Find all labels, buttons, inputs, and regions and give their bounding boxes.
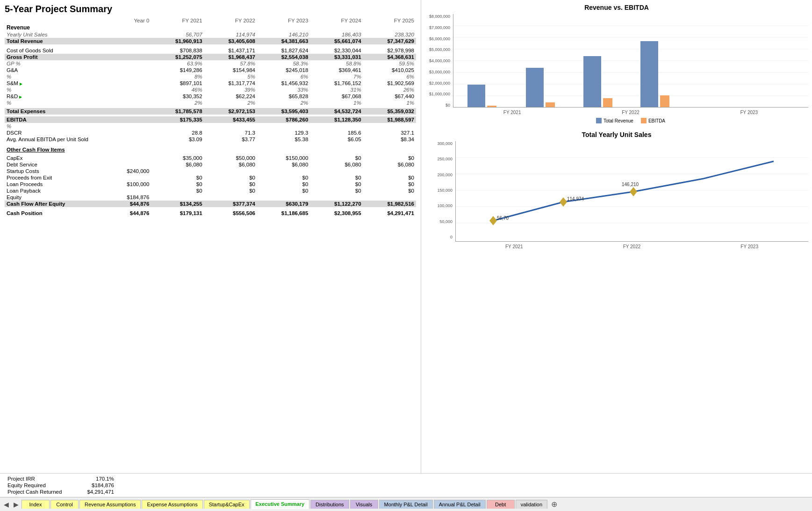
cash-returned-row: Project Cash Returned $4,291,471 <box>5 489 117 495</box>
irr-table: Project IRR 170.1% Equity Required $184,… <box>5 475 117 495</box>
sm-row: S&M ▶ $897,101 $1,317,774 $1,456,932 $1,… <box>5 80 416 86</box>
x-label-fy2021: FY 2021 <box>503 110 521 115</box>
spacer4 <box>5 143 416 146</box>
unit-sales-svg: 56,70 114,974 146,210 <box>455 141 808 242</box>
unit-x-fy2023: FY 2023 <box>740 244 758 249</box>
rd-row: R&D ▶ $30,352 $62,224 $65,828 $67,068 $6… <box>5 93 416 100</box>
yearly-unit-sales-row: Yearly Unit Sales 56,707 114,974 146,210… <box>5 31 416 38</box>
revenue-ebitda-title: Revenue vs. EBITDA <box>425 4 808 11</box>
main-wrapper: 5-Year Project Summary Year 0 FY 2021 FY… <box>0 0 812 511</box>
table-header-row: Year 0 FY 2021 FY 2022 FY 2023 FY 2024 F… <box>5 17 416 24</box>
ebitda-row: EBITDA $175,335 $433,455 $786,260 $1,128… <box>5 116 416 123</box>
total-expenses-row: Total Expenses $1,785,578 $2,972,153 $3,… <box>5 108 416 115</box>
dscr-row: DSCR 28.8 71.3 129.3 185.6 327.1 <box>5 130 416 136</box>
debt-service-row: Debt Service $6,080 $6,080 $6,080 $6,080… <box>5 161 416 168</box>
sm-pct-row: % 46% 39% 33% 31% 26% <box>5 86 416 93</box>
bar-fy2021-ebitda <box>487 106 496 108</box>
gp-pct-row: GP % 63.9% 57.8% 58.3% 58.8% 59.5% <box>5 60 416 67</box>
label-fy2023: 146,210 <box>622 182 639 187</box>
tab-visuals[interactable]: Visuals <box>350 500 378 509</box>
right-panel: Revenue vs. EBITDA $8,000,000 $7,000,000… <box>421 0 812 473</box>
tab-distributions[interactable]: Distributions <box>310 500 349 509</box>
rd-pct-row: % 2% 2% 2% 1% 1% <box>5 100 416 106</box>
legend-ebitda: EBITDA <box>641 118 665 123</box>
cash-position-row: Cash Position $44,876 $179,131 $556,506 … <box>5 210 416 216</box>
tab-expense-assumptions[interactable]: Expense Assumptions <box>142 500 202 509</box>
dp-fy2023 <box>630 187 637 196</box>
summary-table: Year 0 FY 2021 FY 2022 FY 2023 FY 2024 F… <box>5 17 416 216</box>
tab-revenue-assumptions[interactable]: Revenue Assumptions <box>79 500 141 509</box>
unit-x-fy2021: FY 2021 <box>505 244 523 249</box>
left-panel: 5-Year Project Summary Year 0 FY 2021 FY… <box>0 0 421 473</box>
bar-fy2022-revenue <box>526 68 544 108</box>
page-title: 5-Year Project Summary <box>5 4 416 14</box>
tab-bar: ◀ ▶ Index Control Revenue Assumptions Ex… <box>0 497 812 511</box>
tab-scroll-right[interactable]: ▶ <box>12 501 21 508</box>
unit-sales-chart: Total Yearly Unit Sales 300,000 250,000 … <box>425 131 808 258</box>
loan-payback-row: Loan Payback $0 $0 $0 $0 $0 <box>5 187 416 194</box>
cash-flow-equity-row: Cash Flow After Equity $44,876 $134,255 … <box>5 201 416 207</box>
label-fy2021: 56,70 <box>497 216 509 221</box>
revenue-section-label: Revenue <box>5 24 416 31</box>
content-area: 5-Year Project Summary Year 0 FY 2021 FY… <box>0 0 812 473</box>
loan-proceeds-row: Loan Proceeds $100,000 $0 $0 $0 $0 $0 <box>5 181 416 187</box>
tab-startup-capex[interactable]: Startup&CapEx <box>204 500 250 509</box>
tab-monthly-pl[interactable]: Monthly P&L Detail <box>379 500 433 509</box>
tab-debt[interactable]: Debt <box>487 500 515 509</box>
ga-row: G&A $149,286 $154,984 $245,018 $369,461 … <box>5 67 416 73</box>
x-label-fy2023: FY 2023 <box>740 110 758 115</box>
bar-fy2023-revenue <box>583 56 601 108</box>
unit-x-fy2022: FY 2022 <box>623 244 641 249</box>
bar-fy2023-ebitda <box>603 98 612 108</box>
x-label-fy2022: FY 2022 <box>622 110 640 115</box>
ga-pct-row: % 8% 5% 6% 7% 6% <box>5 73 416 80</box>
legend-ebitda-box <box>641 118 647 123</box>
equity-required-row: Equity Required $184,876 <box>5 482 117 489</box>
tab-executive-summary[interactable]: Executive Summary <box>251 499 310 509</box>
tab-add-button[interactable]: ⊕ <box>548 500 560 509</box>
sm-marker: ▶ <box>20 82 22 86</box>
bar-fy2021-revenue <box>467 85 485 108</box>
bottom-section: Project IRR 170.1% Equity Required $184,… <box>0 473 812 497</box>
equity-row: Equity $184,876 <box>5 194 416 201</box>
gross-profit-row: Gross Profit $1,252,075 $1,968,437 $2,55… <box>5 54 416 60</box>
legend-total-revenue: Total Revenue <box>596 118 633 123</box>
tab-annual-pl[interactable]: Annual P&L Detail <box>434 500 486 509</box>
other-cf-label-row: Other Cash Flow Items <box>5 146 416 153</box>
unit-sales-title: Total Yearly Unit Sales <box>425 131 808 138</box>
bar-fy2022-ebitda <box>546 102 555 108</box>
tab-scroll-left[interactable]: ◀ <box>2 501 11 508</box>
cogs-row: Cost of Goods Sold $708,838 $1,437,171 $… <box>5 47 416 54</box>
tab-index[interactable]: Index <box>22 500 50 509</box>
startup-costs-row: Startup Costs $240,000 <box>5 168 416 174</box>
irr-row: Project IRR 170.1% <box>5 475 117 482</box>
bar-fy2024-revenue <box>640 41 658 108</box>
bar-fy2024-ebitda <box>660 95 669 108</box>
legend-revenue-box <box>596 118 602 123</box>
tab-control[interactable]: Control <box>50 500 79 509</box>
ebitda-pct-row: % <box>5 123 416 130</box>
proceeds-exit-row: Proceeds from Exit $0 $0 $0 $0 $0 <box>5 174 416 181</box>
revenue-ebitda-chart: Revenue vs. EBITDA $8,000,000 $7,000,000… <box>425 4 808 126</box>
dp-fy2021 <box>489 216 497 225</box>
revenue-ebitda-svg <box>453 14 808 108</box>
rd-marker: ▶ <box>19 95 22 99</box>
revenue-ebitda-legend: Total Revenue EBITDA <box>453 118 808 123</box>
avg-ebitda-row: Avg. Annual EBITDA per Unit Sold $3.09 $… <box>5 136 416 143</box>
capex-row: CapEx $35,000 $50,000 $150,000 $0 $0 <box>5 155 416 161</box>
total-revenue-row: Total Revenue $1,960,913 $3,405,608 $4,3… <box>5 38 416 44</box>
dp-fy2022 <box>560 197 567 207</box>
tab-validation[interactable]: validation <box>516 500 547 509</box>
label-fy2022: 114,974 <box>567 196 584 202</box>
